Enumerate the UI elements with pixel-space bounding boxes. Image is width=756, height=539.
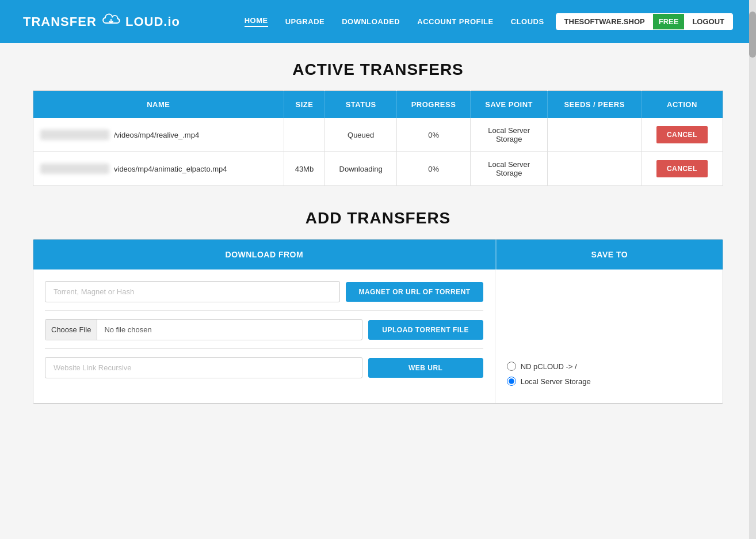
active-transfers-title: ACTIVE TRANSFERS bbox=[33, 60, 723, 79]
divider-2 bbox=[45, 348, 483, 349]
row2-savepoint: Local ServerStorage bbox=[471, 152, 548, 186]
save-option-2-label: Local Server Storage bbox=[521, 377, 591, 386]
weburl-row: WEB URL bbox=[45, 357, 483, 378]
blurred-thumbnail bbox=[40, 130, 109, 140]
row1-size bbox=[284, 118, 325, 152]
divider-1 bbox=[45, 310, 483, 311]
user-menu: THESOFTWARE.SHOP FREE LOGOUТ bbox=[556, 13, 733, 30]
add-transfers-header: DOWNLOAD FROM SAVE TO bbox=[33, 240, 723, 270]
save-to-header: SAVE TO bbox=[495, 240, 723, 270]
cloud-icon bbox=[102, 13, 120, 25]
file-no-chosen-label: No file chosen bbox=[97, 320, 158, 340]
main-nav: HOME UPGRADE DOWNLOADED ACCOUNT PROFILE … bbox=[245, 16, 544, 27]
header: TRANSFER LOUD.io HOME UPGRADE DOWNLOADED… bbox=[0, 0, 756, 43]
row1-progress: 0% bbox=[397, 118, 471, 152]
save-option-1-label: ND pCLOUD -> / bbox=[521, 362, 577, 371]
row1-name: /videos/mp4/realive_.mp4 bbox=[33, 118, 284, 152]
magnet-row: MAGNET OR URL OF TORRENT bbox=[45, 281, 483, 302]
cancel-button-1[interactable]: CANCEL bbox=[656, 126, 708, 143]
save-radio-2[interactable] bbox=[507, 377, 516, 386]
download-from-header: DOWNLOAD FROM bbox=[33, 240, 495, 270]
add-transfers-body: MAGNET OR URL OF TORRENT Choose File No … bbox=[33, 270, 723, 403]
nav-clouds[interactable]: CLOUDS bbox=[511, 17, 544, 26]
file-choose-button[interactable]: Choose File bbox=[45, 320, 97, 340]
col-size: SIZE bbox=[284, 91, 325, 119]
row1-seeds bbox=[548, 118, 642, 152]
row2-name: videos/mp4/animatic_elpacto.mp4 bbox=[33, 152, 284, 186]
col-status: STATUS bbox=[325, 91, 397, 119]
transfers-table: NAME SIZE STATUS PROGRESS SAVE POINT SEE… bbox=[33, 90, 723, 186]
file-input-wrapper: Choose File No file chosen bbox=[45, 319, 362, 340]
col-savepoint: SAVE POINT bbox=[471, 91, 548, 119]
col-progress: PROGRESS bbox=[397, 91, 471, 119]
save-radio-1[interactable] bbox=[507, 362, 516, 371]
nav-downloaded[interactable]: DOWNLOADED bbox=[342, 17, 400, 26]
username-label: THESOFTWARE.SHOP bbox=[556, 14, 653, 29]
table-row: videos/mp4/animatic_elpacto.mp4 43Mb Dow… bbox=[33, 152, 723, 186]
weburl-input[interactable] bbox=[45, 357, 362, 378]
download-from-col: MAGNET OR URL OF TORRENT Choose File No … bbox=[33, 270, 495, 403]
col-action: ACTION bbox=[641, 91, 723, 119]
main-content: ACTIVE TRANSFERS NAME SIZE STATUS PROGRE… bbox=[21, 43, 735, 421]
add-transfers-title: ADD TRANSFERS bbox=[33, 209, 723, 227]
table-row: /videos/mp4/realive_.mp4 Queued 0% Local… bbox=[33, 118, 723, 152]
logo-text: TRANSFER LOUD.io bbox=[23, 14, 180, 29]
cancel-button-2[interactable]: CANCEL bbox=[656, 160, 708, 177]
nav-upgrade[interactable]: UPGRADE bbox=[285, 17, 325, 26]
scrollbar[interactable] bbox=[749, 0, 756, 421]
save-option-1: ND pCLOUD -> / bbox=[507, 362, 711, 371]
row2-status: Downloading bbox=[325, 152, 397, 186]
row2-progress: 0% bbox=[397, 152, 471, 186]
row1-savepoint: Local ServerStorage bbox=[471, 118, 548, 152]
scrollbar-thumb[interactable] bbox=[749, 12, 756, 58]
nav-account[interactable]: ACCOUNT PROFILE bbox=[417, 17, 493, 26]
save-to-col: ND pCLOUD -> / Local Server Storage bbox=[495, 270, 723, 403]
row1-action: CANCEL bbox=[641, 118, 723, 152]
magnet-button[interactable]: MAGNET OR URL OF TORRENT bbox=[346, 282, 483, 302]
row2-seeds bbox=[548, 152, 642, 186]
magnet-input[interactable] bbox=[45, 281, 340, 302]
nav-home[interactable]: HOME bbox=[245, 16, 268, 27]
row1-status: Queued bbox=[325, 118, 397, 152]
blurred-thumbnail bbox=[40, 164, 109, 174]
row2-size: 43Mb bbox=[284, 152, 325, 186]
add-transfers-box: DOWNLOAD FROM SAVE TO MAGNET OR URL OF T… bbox=[33, 239, 723, 404]
weburl-button[interactable]: WEB URL bbox=[368, 358, 483, 378]
upload-row: Choose File No file chosen UPLOAD TORREN… bbox=[45, 319, 483, 340]
logout-button[interactable]: LOGOUТ bbox=[684, 14, 732, 29]
row2-action: CANCEL bbox=[641, 152, 723, 186]
col-seeds: SEEDS / PEERS bbox=[548, 91, 642, 119]
logo: TRANSFER LOUD.io bbox=[23, 14, 180, 29]
save-option-2: Local Server Storage bbox=[507, 377, 711, 386]
upload-button[interactable]: UPLOAD TORRENT FILE bbox=[368, 320, 483, 340]
col-name: NAME bbox=[33, 91, 284, 119]
plan-badge: FREE bbox=[653, 14, 685, 29]
